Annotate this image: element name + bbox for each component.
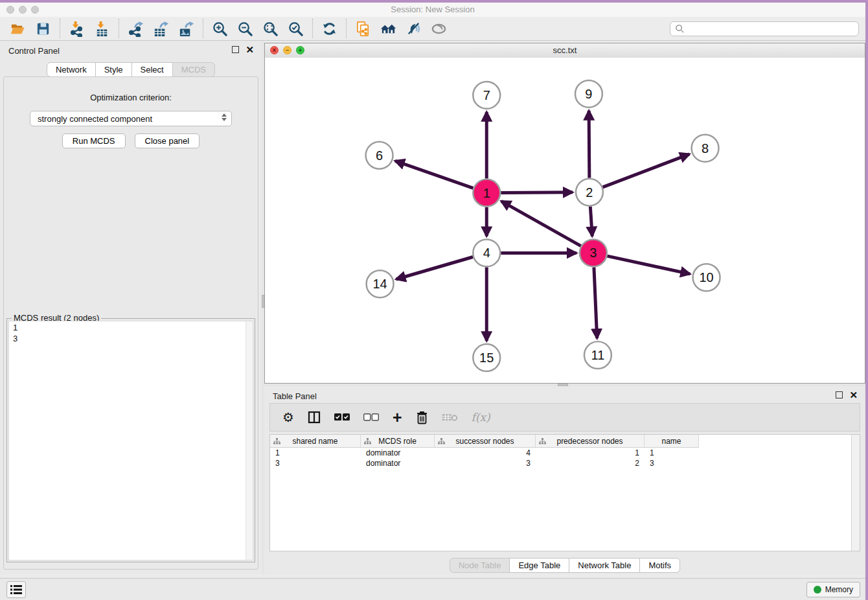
export-image-button[interactable] — [176, 19, 196, 38]
node-4[interactable]: 4 — [473, 239, 500, 266]
column-header-predecessor-nodes[interactable]: predecessor nodes — [536, 435, 645, 448]
trash-icon — [416, 410, 428, 424]
clear-all-checkboxes-button[interactable] — [363, 409, 379, 426]
edge-3-10[interactable] — [607, 256, 690, 274]
show-all-networks-button[interactable] — [378, 19, 398, 38]
table-cell[interactable]: 1 — [270, 448, 361, 458]
export-network-button[interactable] — [126, 19, 145, 38]
tab-node-table[interactable]: Node Table — [450, 558, 510, 573]
zoom-window-button[interactable] — [31, 6, 39, 14]
node-11[interactable]: 11 — [584, 341, 611, 369]
show-columns-button[interactable] — [308, 409, 321, 426]
node-8[interactable]: 8 — [692, 135, 719, 162]
task-history-button[interactable] — [6, 581, 26, 598]
node-10[interactable]: 10 — [693, 264, 720, 291]
table-options-button[interactable]: ⚙ — [282, 409, 294, 426]
column-header-shared-name[interactable]: shared name — [270, 435, 361, 448]
column-header-name[interactable]: name — [645, 435, 699, 448]
window-titlebar: Session: New Session — [0, 3, 865, 17]
toggle-graphics-details-button[interactable] — [429, 19, 448, 38]
float-panel-icon[interactable] — [836, 391, 843, 398]
edge-2-8[interactable] — [602, 154, 689, 187]
node-15[interactable]: 15 — [473, 344, 500, 371]
table-cell[interactable]: dominator — [361, 458, 435, 468]
node-6[interactable]: 6 — [366, 142, 393, 169]
node-9[interactable]: 9 — [575, 80, 602, 108]
node-3[interactable]: 3 — [580, 239, 607, 266]
edge-1-2[interactable] — [501, 192, 573, 193]
zoom-fit-button[interactable] — [260, 19, 280, 38]
table-cell[interactable]: 2 — [536, 458, 645, 468]
zoom-selected-button[interactable] — [286, 19, 305, 38]
import-table-button[interactable] — [92, 19, 111, 38]
table-tabs: Node TableEdge TableNetwork TableMotifs — [264, 558, 865, 573]
table-cell[interactable]: 3 — [270, 458, 361, 468]
clone-network-button[interactable] — [353, 19, 372, 38]
float-panel-icon[interactable] — [232, 46, 239, 53]
delete-row-button[interactable] — [416, 409, 428, 426]
close-panel-icon[interactable]: ✕ — [246, 46, 254, 53]
import-network-button[interactable] — [67, 19, 86, 38]
edge-2-3[interactable] — [590, 207, 592, 237]
apply-layout-button[interactable] — [319, 19, 339, 38]
search-input[interactable] — [688, 23, 858, 34]
table-cell[interactable]: 1 — [536, 448, 645, 458]
result-line: 3 — [13, 333, 249, 344]
result-scrollbar[interactable] — [246, 321, 253, 560]
edge-2-9[interactable] — [589, 111, 589, 178]
tab-motifs[interactable]: Motifs — [639, 558, 680, 573]
tab-edge-table[interactable]: Edge Table — [509, 558, 569, 573]
table-cell[interactable]: 3 — [435, 458, 536, 468]
zoom-in-button[interactable] — [210, 19, 229, 38]
tab-network[interactable]: Network — [47, 62, 96, 77]
network-minimize-button[interactable]: – — [283, 46, 291, 54]
export-table-button[interactable] — [151, 19, 170, 38]
edge-3-1[interactable] — [501, 201, 581, 246]
column-header-MCDS-role[interactable]: MCDS role — [361, 435, 435, 448]
table-cell[interactable]: dominator — [361, 448, 435, 458]
node-label: 8 — [702, 141, 709, 156]
delete-table-button[interactable] — [442, 409, 458, 426]
tab-network-table[interactable]: Network Table — [569, 558, 640, 573]
network-window-titlebar[interactable]: × – + scc.txt — [265, 43, 865, 58]
run-mcds-button[interactable]: Run MCDS — [62, 133, 126, 148]
node-2[interactable]: 2 — [576, 179, 603, 206]
network-maximize-button[interactable]: + — [296, 46, 304, 54]
table-row[interactable]: 3dominator323 — [270, 458, 860, 468]
column-header-successor-nodes[interactable]: successor nodes — [435, 435, 536, 448]
network-graph[interactable]: 1234678910111415 — [265, 58, 865, 383]
tab-style[interactable]: Style — [95, 62, 132, 77]
edge-4-14[interactable] — [396, 257, 474, 279]
attribute-type-icon — [438, 438, 445, 444]
close-panel-icon[interactable]: ✕ — [849, 391, 858, 398]
edge-3-11[interactable] — [594, 267, 597, 338]
table-row[interactable]: 1dominator411 — [270, 448, 860, 458]
tab-select[interactable]: Select — [131, 62, 173, 77]
mcds-result-area[interactable]: 13 — [8, 321, 253, 560]
open-file-button[interactable] — [8, 19, 27, 38]
criterion-select[interactable]: strongly connected component — [30, 111, 232, 126]
node-14[interactable]: 14 — [367, 270, 394, 297]
search-box[interactable] — [670, 21, 859, 36]
memory-button[interactable]: Memory — [806, 582, 860, 597]
close-window-button[interactable] — [6, 6, 14, 14]
minimize-window-button[interactable] — [19, 6, 27, 14]
node-7[interactable]: 7 — [473, 82, 500, 109]
node-1[interactable]: 1 — [473, 179, 500, 207]
tab-mcds[interactable]: MCDS — [172, 62, 215, 77]
network-canvas[interactable]: 1234678910111415 — [265, 58, 865, 383]
table-cell[interactable]: 3 — [645, 458, 699, 468]
network-close-button[interactable]: × — [270, 46, 279, 54]
table-scrollbar[interactable] — [851, 435, 860, 551]
edge-1-6[interactable] — [395, 161, 473, 188]
select-all-checkboxes-button[interactable] — [334, 409, 350, 426]
table-cell[interactable]: 4 — [435, 448, 536, 458]
zoom-out-button[interactable] — [235, 19, 255, 38]
table-cell[interactable]: 1 — [645, 448, 699, 458]
hide-graphics-details-button[interactable] — [404, 19, 423, 38]
add-row-button[interactable]: + — [393, 409, 402, 426]
function-builder-button[interactable]: f(x) — [472, 409, 490, 426]
result-line: 1 — [13, 322, 249, 333]
close-panel-button[interactable]: Close panel — [135, 133, 200, 148]
save-session-button[interactable] — [33, 19, 52, 38]
